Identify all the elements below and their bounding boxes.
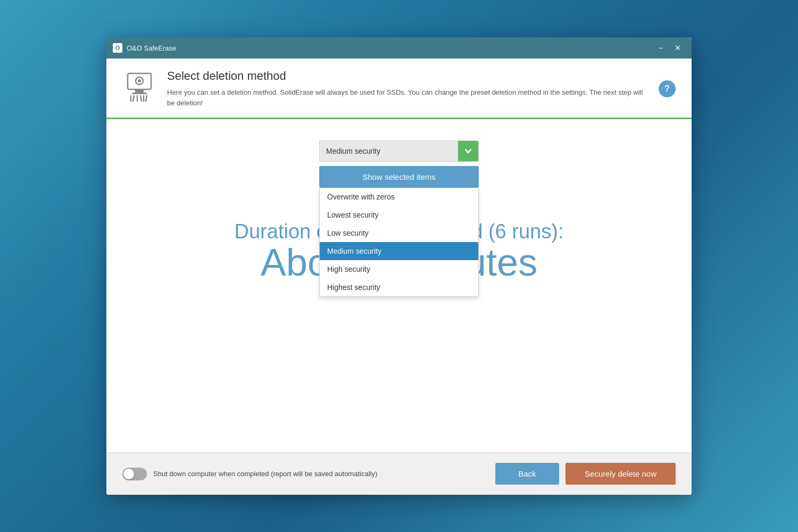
svg-point-10 — [138, 79, 141, 82]
shutdown-label: Shut down computer when completed (repor… — [153, 470, 377, 478]
footer-left: Shut down computer when completed (repor… — [122, 468, 485, 480]
secure-delete-button[interactable]: Securely delete now — [566, 463, 676, 485]
dropdown-option-highest[interactable]: Highest security — [320, 278, 478, 296]
dropdown-selected-text: Medium security — [320, 143, 458, 160]
header-icon — [122, 69, 156, 103]
footer: Shut down computer when completed (repor… — [106, 452, 692, 495]
svg-rect-1 — [135, 89, 144, 93]
shutdown-toggle[interactable] — [122, 468, 147, 480]
header-section: Select deletion method Here you can set … — [106, 59, 692, 118]
footer-buttons: Back Securely delete now — [495, 463, 676, 485]
help-button[interactable]: ? — [659, 80, 676, 97]
dropdown-option-lowest[interactable]: Lowest security — [320, 206, 478, 224]
svg-line-6 — [140, 96, 142, 101]
chevron-up-icon — [464, 147, 472, 155]
close-button[interactable]: ✕ — [670, 42, 685, 54]
app-window: O O&O SafeErase − ✕ — [106, 37, 692, 495]
dropdown-trigger[interactable]: Medium security — [319, 140, 479, 162]
dropdown-option-zeros[interactable]: Overwrite with zeros — [320, 188, 478, 206]
app-title: O&O SafeErase — [127, 44, 176, 52]
dropdown-toggle-button[interactable] — [458, 141, 478, 161]
svg-line-4 — [133, 96, 134, 101]
title-bar-left: O O&O SafeErase — [113, 43, 176, 53]
dropdown-option-low[interactable]: Low security — [320, 224, 478, 242]
toggle-knob — [123, 469, 134, 479]
dropdown-menu: Overwrite with zeros Lowest security Low… — [319, 188, 479, 297]
header-text: Select deletion method Here you can set … — [167, 69, 648, 108]
title-bar: O O&O SafeErase − ✕ — [106, 37, 692, 59]
deletion-method-dropdown-container: Medium security Overwrite with zeros Low… — [319, 140, 479, 188]
window-controls: − ✕ — [653, 42, 685, 54]
svg-line-8 — [146, 96, 147, 101]
minimize-button[interactable]: − — [653, 42, 668, 54]
dropdown-option-medium[interactable]: Medium security — [320, 242, 478, 260]
dropdown-option-high[interactable]: High security — [320, 260, 478, 278]
show-selected-button[interactable]: Show selected items — [319, 166, 479, 188]
header-title: Select deletion method — [167, 69, 648, 83]
header-description: Here you can set a deletion method. Soli… — [167, 87, 648, 108]
back-button[interactable]: Back — [495, 463, 559, 485]
main-content: Duration of deletion method (6 runs): Ab… — [106, 119, 692, 452]
app-icon: O — [113, 43, 122, 53]
svg-rect-2 — [132, 93, 147, 94]
